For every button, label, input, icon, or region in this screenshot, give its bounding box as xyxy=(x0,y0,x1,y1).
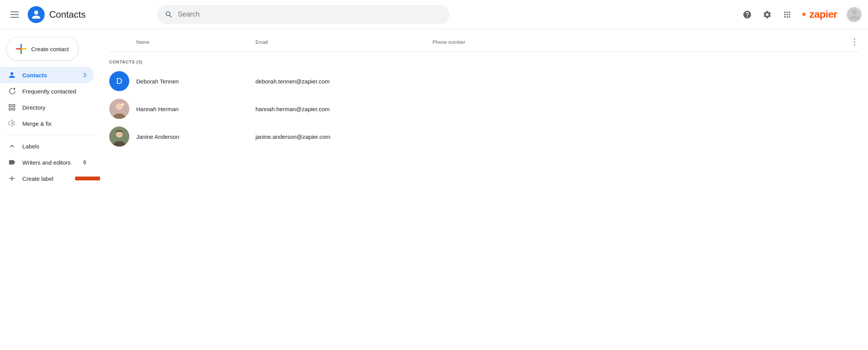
table-row[interactable]: D Deborah Tennen deborah.tennen@zapier.c… xyxy=(109,67,859,95)
settings-button[interactable] xyxy=(759,6,776,23)
person-icon xyxy=(8,71,16,79)
header-right: ✱ zapier xyxy=(739,6,862,23)
three-dots-icon: ⋮ xyxy=(850,37,859,47)
settings-icon xyxy=(763,10,772,19)
hamburger-menu-button[interactable] xyxy=(6,6,23,23)
arrow-body xyxy=(75,177,100,180)
header-left: Contacts xyxy=(6,6,152,23)
contacts-section-label: CONTACTS (3) xyxy=(109,52,859,67)
sidebar-item-contacts[interactable]: Contacts 3 xyxy=(0,67,94,83)
contact-name-janine: Janine Anderson xyxy=(136,133,255,140)
writers-editors-label: Writers and editors xyxy=(22,159,71,166)
svg-point-7 xyxy=(123,102,125,104)
contact-avatar-janine xyxy=(109,127,129,147)
search-input[interactable] xyxy=(178,10,442,18)
hannah-avatar-svg xyxy=(109,99,129,119)
plus-icon xyxy=(8,174,16,183)
contact-avatar-hannah xyxy=(109,99,129,119)
zapier-logo-text: zapier xyxy=(810,8,837,20)
main-layout: Create contact Contacts 3 Frequently con… xyxy=(0,29,868,350)
sidebar-item-directory[interactable]: Directory xyxy=(0,99,94,115)
column-headers: Name Email Phone number ⋮ xyxy=(109,29,859,52)
create-contact-plus-icon xyxy=(16,43,27,54)
sidebar-item-merge-fix[interactable]: Merge & fix xyxy=(0,115,94,132)
avatar-initial-d: D xyxy=(116,76,122,86)
more-options-header[interactable]: ⋮ xyxy=(840,37,859,47)
sidebar-item-writers-editors[interactable]: Writers and editors 6 xyxy=(0,154,94,170)
create-contact-button[interactable]: Create contact xyxy=(6,37,78,61)
user-avatar[interactable] xyxy=(846,7,862,22)
svg-point-8 xyxy=(121,102,122,104)
chevron-up-icon xyxy=(8,142,16,150)
search-icon xyxy=(165,10,173,19)
janine-avatar-svg xyxy=(109,127,129,147)
contact-name-hannah: Hannah Herman xyxy=(136,106,255,112)
apps-button[interactable] xyxy=(779,6,796,23)
search-bar[interactable] xyxy=(157,5,449,24)
clock-icon xyxy=(8,87,16,95)
create-contact-label: Create contact xyxy=(31,46,69,52)
user-profile-icon xyxy=(847,7,861,22)
zapier-star-icon: ✱ xyxy=(802,12,806,17)
sidebar-divider xyxy=(6,135,94,135)
frequently-contacted-label: Frequently contacted xyxy=(22,88,76,95)
sidebar-item-frequently-contacted[interactable]: Frequently contacted xyxy=(0,83,94,99)
contact-email-janine: janine.anderson@zapier.com xyxy=(255,133,432,140)
contact-name-deborah: Deborah Tennen xyxy=(136,78,255,85)
help-button[interactable] xyxy=(739,6,756,23)
merge-fix-label: Merge & fix xyxy=(22,120,52,127)
contact-email-hannah: hannah.herman@zapier.com xyxy=(255,106,432,112)
contacts-badge: 3 xyxy=(83,72,86,78)
svg-point-9 xyxy=(122,101,124,103)
directory-label: Directory xyxy=(22,104,45,111)
col-header-email: Email xyxy=(255,39,432,45)
content-area: Name Email Phone number ⋮ CONTACTS (3) D… xyxy=(100,29,868,350)
merge-icon xyxy=(8,119,16,128)
create-label-text: Create label xyxy=(22,175,53,182)
table-row[interactable]: Hannah Herman hannah.herman@zapier.com xyxy=(109,95,859,123)
app-header: Contacts ✱ zapier xyxy=(0,0,868,29)
table-row[interactable]: Janine Anderson janine.anderson@zapier.c… xyxy=(109,123,859,150)
labels-header[interactable]: Labels xyxy=(0,138,100,154)
directory-icon xyxy=(8,103,16,112)
contacts-nav-label: Contacts xyxy=(22,72,47,78)
sidebar: Create contact Contacts 3 Frequently con… xyxy=(0,29,100,350)
label-tag-icon xyxy=(8,158,16,167)
google-apps-icon xyxy=(783,10,792,19)
contacts-app-icon xyxy=(31,10,41,20)
writers-editors-badge: 6 xyxy=(83,159,86,165)
app-title: Contacts xyxy=(49,9,86,20)
contact-avatar-deborah: D xyxy=(109,71,129,91)
help-icon xyxy=(743,10,752,19)
sidebar-item-create-label[interactable]: Create label xyxy=(0,170,94,187)
col-header-name: Name xyxy=(109,39,255,45)
brand-logo: ✱ zapier xyxy=(802,8,840,20)
arrow-annotation xyxy=(75,172,100,185)
contact-email-deborah: deborah.tennen@zapier.com xyxy=(255,78,432,85)
labels-section-label: Labels xyxy=(22,143,39,150)
app-icon xyxy=(28,6,45,23)
col-header-phone: Phone number xyxy=(432,39,840,45)
